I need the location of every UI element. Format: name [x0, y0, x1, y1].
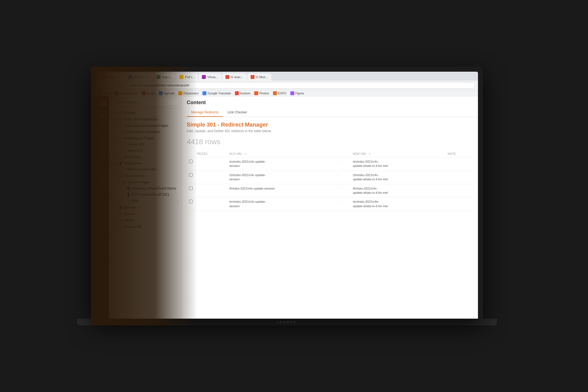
tree-item-error-pages[interactable]: ▶ 📁 Error pages [109, 154, 181, 160]
tree-item-menu-account-doc[interactable]: ▶ 📄 Menu Account Doc [109, 166, 181, 172]
photos-icon [254, 91, 258, 95]
bookmark-invision[interactable]: Invision [235, 91, 250, 95]
sidebar-item-forms[interactable] [98, 154, 107, 164]
doc-icon-marketing-demo: 👤 [126, 186, 130, 190]
browser-tab-4[interactable]: Pull r... [176, 73, 198, 81]
row-old-url-2: /zh/esko-2021/c4c-update-session [229, 173, 266, 181]
tab-favicon-7 [251, 75, 255, 79]
tree-label-subscription: Subscription Activation [126, 130, 179, 134]
browser-tab-7[interactable]: G Mue... [247, 73, 271, 81]
tab-favicon [102, 75, 106, 79]
row-regex-4 [195, 197, 227, 211]
sidebar-item-media[interactable] [98, 122, 107, 132]
sidebar-item-help[interactable] [98, 307, 107, 316]
tree-item-biographies[interactable]: ▶ 👤 Biographies [109, 160, 181, 166]
tree-arrow-biographies: ▶ [115, 162, 117, 165]
row-checkbox-4[interactable] [189, 200, 193, 203]
laptop-brand-label: Lenovo [277, 320, 297, 324]
tree-item-help[interactable]: ▶ 📄 Help ··· [109, 198, 181, 204]
row-old-url-3: /fr/esko-2021/c4c-update-session [229, 187, 275, 190]
bookmark-figma[interactable]: Figma [290, 91, 304, 95]
tree-item-recycle-bin[interactable]: ▶ 📁 Recycle Bin [109, 223, 181, 230]
browser-tab-5[interactable]: Virtua... [199, 73, 221, 81]
bookmark-translate[interactable]: Google Translate [202, 91, 231, 95]
redirect-table-header: REGEX OLD URL ⇅ NEW URL ⇅ NOTE [187, 151, 473, 157]
table-row: /zh/esko-2021/c4c-update-session → /zh/e… [187, 171, 473, 184]
row-checkbox-3[interactable] [189, 186, 193, 190]
back-button[interactable]: ← [99, 82, 106, 89]
tab-close-2[interactable]: ✕ [147, 76, 149, 79]
browser-tab-2[interactable]: (9+) U... ✕ [125, 73, 152, 81]
row-arrow-3: → [334, 184, 351, 197]
tab-manage-redirects[interactable]: Manage Redirects [187, 108, 223, 117]
tree-arrow-menus: ▶ [115, 213, 117, 215]
tree-item-maintenance[interactable]: ▶ 📁 Maintenance Pages [109, 135, 181, 141]
doc-icon-sitemap: 👤 [118, 206, 123, 209]
sidebar-item-users[interactable] [98, 143, 107, 153]
bookmark-apps[interactable]: Apps [99, 91, 111, 95]
bookmark-translate-label: Google Translate [207, 92, 231, 95]
bookmark-invision-label: Invision [240, 92, 250, 95]
tree-item-marketing-demo[interactable]: ▶ 👤 Marketing Virtual Event Demo [109, 185, 181, 192]
tab-link-checker[interactable]: Link Checker [223, 108, 251, 117]
sidebar-item-redirect[interactable] [98, 175, 107, 185]
browser-tab-6[interactable]: G seac... [222, 73, 247, 81]
tree-item-virtual-events[interactable]: ▼ 📁 Virtual Events [109, 172, 181, 179]
tree-item-policies[interactable]: ▶ 📁 Policies [109, 109, 181, 116]
tree-item-viewer360[interactable]: ▶ 📄 Viewer 360 [109, 141, 181, 148]
tree-label-error-pages: Error pages [124, 155, 179, 159]
browser-tab-3[interactable]: Sign i... [153, 73, 176, 81]
tab-favicon-4 [179, 75, 183, 79]
tree-item-menus[interactable]: ▶ 📁 Menus [109, 211, 181, 217]
tab-label: Chan... [107, 75, 117, 79]
tree-label-menus: Menus [124, 212, 179, 216]
row-checkbox-2[interactable] [189, 173, 193, 177]
bookmark-gmail[interactable]: Gmail [142, 91, 155, 95]
tree-item-sitemap[interactable]: ▶ 👤 sitemap [109, 204, 181, 211]
tab-favicon-5 [202, 75, 206, 79]
laptop-frame: Chan... ✕ (9+) U... ✕ Sign i... Pul [91, 67, 483, 319]
browser-tab-active[interactable]: Chan... ✕ [98, 73, 124, 81]
tree-label-menu-account-doc: Menu Account Doc [128, 167, 179, 171]
folder-icon-policies: 📁 [118, 111, 123, 115]
row-new-url-2: /zh/esko-2021/c4c-update-whats-in-it-for… [353, 173, 388, 181]
bookmark-google-drive[interactable]: Google Drive [115, 91, 138, 95]
doc-icon-menu-doc: 📄 [122, 149, 127, 153]
col-spacer-1 [334, 151, 351, 157]
row-note-3 [445, 184, 473, 197]
sidebar-item-content[interactable] [98, 111, 107, 121]
tree-item-subscription[interactable]: ▶ ↻ Subscription Activation [109, 129, 181, 135]
tree-label-admin: Admin [124, 218, 179, 222]
tree-label-menu-doc: Menu Doc [128, 149, 179, 153]
bookmark-depanneur[interactable]: Dépanneur [178, 91, 199, 95]
forward-button[interactable]: → [108, 82, 115, 89]
tree-item-admin[interactable]: ▶ 📁 Admin [109, 217, 181, 223]
tab-close-btn[interactable]: ✕ [119, 76, 121, 79]
tree-arrow-admin: ▶ [115, 219, 117, 222]
bookmark-agenda[interactable]: Agenda [159, 91, 174, 95]
doc-icon-help: 📄 [126, 199, 130, 203]
tree-item-registration[interactable]: ▶ 📁 Registration/Download Pages [109, 122, 181, 129]
tree-item-system-pages[interactable]: ▶ 📁 System Pages [109, 179, 181, 185]
bookmark-exfo[interactable]: EXFO [273, 91, 286, 95]
cms-logo[interactable]: U [98, 99, 107, 108]
tree-arrow-rules: ▶ [115, 118, 117, 121]
row-checkbox-1[interactable] [189, 160, 193, 163]
svg-rect-2 [101, 117, 102, 118]
bookmark-photos[interactable]: Photos [254, 91, 269, 95]
tree-item-rules[interactable]: ▶ 📁 Rules and Regulations [109, 116, 181, 122]
tree-item-exfo-kickoff[interactable]: ▶ 👤 EXFO sales kick-off 2021 [109, 192, 181, 198]
search-input[interactable] [112, 99, 179, 106]
reload-button[interactable]: ↻ [117, 82, 123, 89]
bookmark-exfo-label: EXFO [278, 92, 286, 95]
col-checkbox [187, 151, 195, 157]
depanneur-icon [178, 91, 182, 95]
sidebar-item-settings[interactable] [98, 133, 107, 142]
sidebar-item-packages[interactable] [98, 165, 107, 174]
col-note: NOTE [445, 151, 473, 157]
tree-more-help[interactable]: ··· [176, 199, 179, 203]
url-bar[interactable]: cms-exfo.azurewebsites.net/umbraco/#/ [126, 82, 475, 89]
doc-icon-subscription: ↻ [122, 130, 125, 134]
tree-item-menu-doc[interactable]: ▶ 📄 Menu Doc [109, 148, 181, 154]
row-note-2 [445, 171, 473, 184]
